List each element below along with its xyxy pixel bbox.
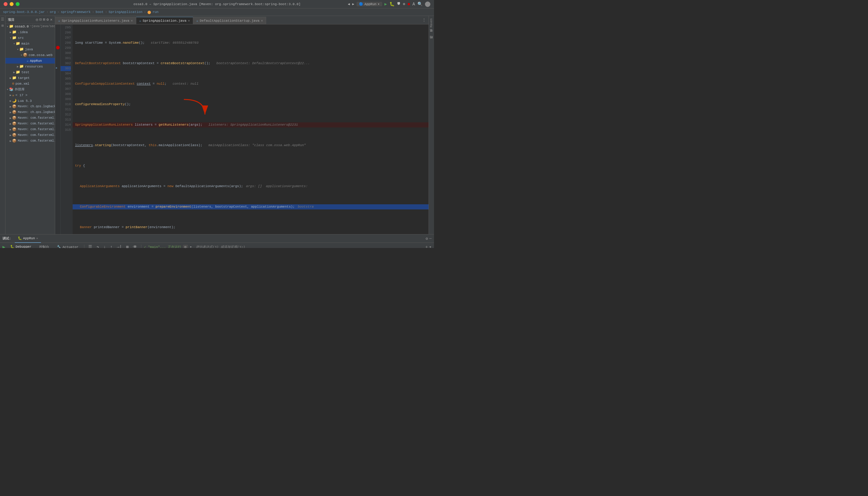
tree-item-target[interactable]: ▶ 📁 target xyxy=(5,75,55,81)
maximize-button[interactable] xyxy=(16,2,20,6)
tree-item-maven7[interactable]: ▶ 📦 Maven: com.fasterxml.jackson.module: xyxy=(5,138,55,144)
btab-apprun[interactable]: 🐛 AppRun ✕ xyxy=(15,234,41,243)
tree-item-maven6[interactable]: ▶ 📦 Maven: com.fasterxml.jackson.datatyp xyxy=(5,132,55,138)
sidebar-title: 项目 xyxy=(8,17,14,22)
user-avatar[interactable] xyxy=(425,1,430,7)
window-controls[interactable] xyxy=(4,2,20,6)
bc-springframework[interactable]: springframework xyxy=(61,10,91,14)
bc-jar[interactable]: spring-boot-3.0.0.jar xyxy=(3,10,45,14)
run-icon[interactable]: ▶ xyxy=(385,1,387,6)
session-label: 调试: xyxy=(2,236,11,241)
debug-toolbar[interactable]: ▶ 🐛 Debugger 控制台 🔧 Actuator ☰ ↷ ↓ ↑ →| ⊞… xyxy=(0,243,434,248)
tab-springapprunlisteners[interactable]: ☕ SpringApplicationRunListeners.java ✕ xyxy=(55,17,136,24)
minimize-button[interactable] xyxy=(10,2,14,6)
translate-icon[interactable]: A xyxy=(413,2,415,6)
more-run-icon[interactable]: ⚙ xyxy=(403,2,405,6)
settings-icon-bottom[interactable]: ⚙ xyxy=(425,236,428,241)
tree-item-maven1[interactable]: ▶ 📦 Maven: ch.qos.logback:logback-class xyxy=(5,104,55,109)
project-sidebar: 项目 ◎ ⊟ ⊞ ⚙ ✕ ▾ 📁 ossa3.0 ~java/java/seck… xyxy=(5,16,55,234)
tree-item-libs[interactable]: ▾ 📚 外部库 xyxy=(5,87,55,92)
bc-org[interactable]: org xyxy=(50,10,56,14)
watch-icon[interactable]: 👁 xyxy=(132,244,138,248)
tab-actuator[interactable]: 🔧 Actuator xyxy=(54,243,81,248)
code-line-302: ApplicationArguments applicationArgument… xyxy=(73,184,429,189)
tree-item-package[interactable]: ▾ 📦 com.ossa.web xyxy=(5,52,55,58)
step-out-icon[interactable]: ↑ xyxy=(109,244,114,248)
expand-icon[interactable]: ⊞ xyxy=(43,17,46,22)
status-running: ✓ "main"... 正在运行 xyxy=(144,245,181,248)
nav-back-icon[interactable]: ◀ xyxy=(348,2,350,6)
tree-item-lua[interactable]: ▶ 🌙 Lua 5.3 xyxy=(5,98,55,104)
bottom-panel: 调试: 🐛 AppRun ✕ ⚙ — ▶ 🐛 Debugger 控制台 🔧 Ac… xyxy=(0,234,434,248)
filter-dropdown-icon[interactable]: ▾ xyxy=(190,245,192,248)
title-bar-actions[interactable]: ◀ ▶ 🔵 AppRun ▾ ▶ 🐛 ⛊ ⚙ ■ A 🔍 xyxy=(348,1,430,7)
run-to-cursor-icon[interactable]: →| xyxy=(116,244,123,248)
java-icon-3: ☕ xyxy=(196,19,198,22)
stop-icon[interactable]: ■ xyxy=(407,2,410,6)
add-watch-icon[interactable]: + xyxy=(425,245,428,248)
step-into-icon[interactable]: ↓ xyxy=(102,244,107,248)
maven-label[interactable]: Maven xyxy=(430,18,433,27)
sidebar-toolbar[interactable]: ◎ ⊟ ⊞ ⚙ ✕ xyxy=(36,17,52,22)
tab-close-1[interactable]: ✕ xyxy=(131,19,133,22)
bc-run[interactable]: run xyxy=(153,10,158,14)
tree-item-java[interactable]: ▾ 📁 java xyxy=(5,46,55,52)
search-icon[interactable]: 🔍 xyxy=(417,1,422,6)
run-config[interactable]: 🔵 AppRun ▾ xyxy=(357,2,382,6)
tree-item-root[interactable]: ▾ 📁 ossa3.0 ~java/java/seckill-redis/oss… xyxy=(5,24,55,29)
tab-springapplication[interactable]: ☕ SpringApplication.java ✕ xyxy=(136,17,193,24)
hierarchy-icon[interactable]: ⊞ xyxy=(1,24,4,28)
debug-run-icon[interactable]: 🐛 xyxy=(389,1,394,6)
bc-boot[interactable]: boot xyxy=(95,10,103,14)
tree-item-pom[interactable]: ▶ ⚙ pom.xml xyxy=(5,81,55,87)
actuator-icon: 🔧 xyxy=(57,245,61,248)
settings-icon[interactable]: ⚙ xyxy=(46,17,49,22)
bc-springapplication[interactable]: SpringApplication xyxy=(108,10,142,14)
title-bar: ossa3.0 – SpringApplication.java [Maven:… xyxy=(0,0,434,9)
nav-forward-icon[interactable]: ▶ xyxy=(352,2,354,6)
tab-debugger[interactable]: 🐛 Debugger xyxy=(7,243,35,248)
evaluate-icon[interactable]: ⊞ xyxy=(125,244,129,248)
coverage-icon[interactable]: ⛊ xyxy=(397,2,401,6)
tree-item-maven5[interactable]: ▶ 📦 Maven: com.fasterxml.jackson.datatyp xyxy=(5,127,55,132)
editor-tabs[interactable]: ☕ SpringApplicationRunListeners.java ✕ ☕… xyxy=(55,16,429,25)
locate-icon[interactable]: ◎ xyxy=(36,17,38,22)
tab-defaultappstartup[interactable]: ☕ DefaultApplicationStartup.java ✕ xyxy=(193,17,266,24)
tree-item-main[interactable]: ▾ 📁 main xyxy=(5,41,55,46)
expand-watches-icon[interactable]: ▾ xyxy=(429,244,432,248)
debugger-icon: 🐛 xyxy=(10,245,14,248)
btab-close[interactable]: ✕ xyxy=(36,236,38,240)
close-icon[interactable]: ✕ xyxy=(50,17,52,22)
filter-icon[interactable]: ⊟ xyxy=(183,245,188,248)
breakpoint-299[interactable] xyxy=(56,46,60,49)
code-content[interactable]: long startTime = System.nanoTime(); star… xyxy=(73,25,429,234)
code-editor[interactable]: ➤ 295 296 297 298 299 300 301 302 303 30… xyxy=(55,25,429,234)
tree-item-apprun[interactable]: ▶ ☕ AppRun xyxy=(5,58,55,64)
step-over-icon[interactable]: ↷ xyxy=(95,244,100,248)
close-button[interactable] xyxy=(4,2,7,6)
tab-console[interactable]: 控制台 xyxy=(36,243,52,248)
resume-icon[interactable]: ▶ xyxy=(2,244,5,248)
eval-placeholder[interactable]: 评估表达式(⌥) 或添加监视(⌥⇧) xyxy=(193,245,423,248)
collapse-all-icon[interactable]: ⊟ xyxy=(40,17,42,22)
tabs-more-button[interactable]: ⋮ xyxy=(420,17,429,22)
tree-item-maven2[interactable]: ▶ 📦 Maven: ch.qos.logback:logback-core: xyxy=(5,109,55,115)
tree-item-idea[interactable]: ▶ 📁 .idea xyxy=(5,29,55,35)
chevron-down-icon[interactable]: ▾ xyxy=(378,2,380,6)
tree-item-jdk[interactable]: ▶ ☕ < 17 > xyxy=(5,92,55,98)
tree-item-test[interactable]: ▶ 📁 test xyxy=(5,69,55,75)
tree-item-maven3[interactable]: ▶ 📦 Maven: com.fasterxml.jackson.core:ja xyxy=(5,115,55,121)
bottom-tabs-bar[interactable]: 调试: 🐛 AppRun ✕ ⚙ — xyxy=(0,234,434,243)
tab-close-3[interactable]: ✕ xyxy=(261,19,263,22)
structure-icon[interactable]: ☰ xyxy=(1,17,4,22)
tree-item-resources[interactable]: ▶ 📁 resources xyxy=(5,64,55,69)
tab-close-2[interactable]: ✕ xyxy=(188,19,190,22)
code-line-299: SpringApplicationRunListeners listeners … xyxy=(73,122,429,127)
show-frames-icon[interactable]: ☰ xyxy=(87,244,93,248)
tree-item-maven4[interactable]: ▶ 📦 Maven: com.fasterxml.jackson.core:ja xyxy=(5,121,55,127)
bottom-right-actions[interactable]: + ▾ xyxy=(425,244,432,248)
main-layout: ☰ ⊞ 项目 ◎ ⊟ ⊞ ⚙ ✕ ▾ 📁 ossa3.0 ~java/java/… xyxy=(0,16,434,234)
editor-area: ☕ SpringApplicationRunListeners.java ✕ ☕… xyxy=(55,16,429,234)
tree-item-src[interactable]: ▾ 📁 src xyxy=(5,35,55,41)
minimize-bottom-icon[interactable]: — xyxy=(429,236,432,241)
